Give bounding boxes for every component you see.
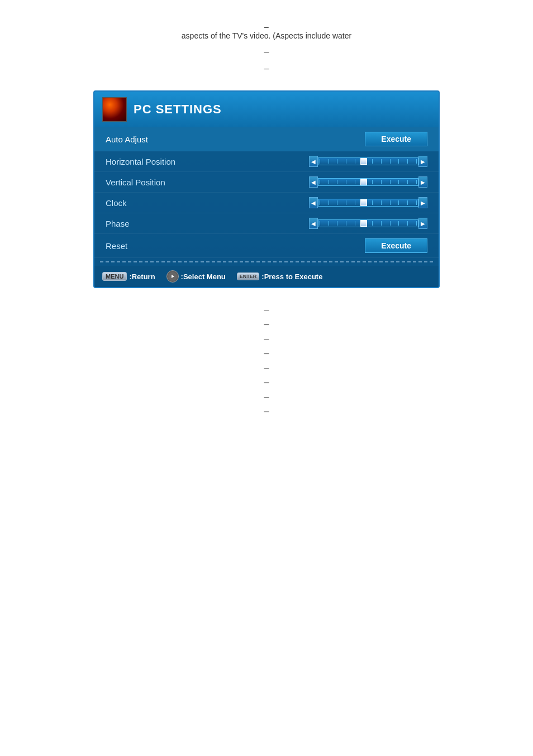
pc-settings-icon — [102, 97, 127, 122]
auto-adjust-execute-button[interactable]: Execute — [365, 132, 427, 146]
execute-label: :Press to Execute — [261, 272, 322, 281]
pc-settings-panel: PC SETTINGS Auto Adjust Execute Horizont… — [93, 90, 440, 288]
phase-right-btn[interactable]: ▶ — [418, 218, 427, 229]
phase-label: Phase — [106, 219, 309, 228]
phase-track — [318, 219, 418, 227]
horizontal-right-btn[interactable]: ▶ — [418, 156, 427, 167]
top-description: – aspects of the TV's video. (Aspects in… — [22, 22, 511, 40]
bottom-dash-2: – — [22, 319, 511, 329]
vertical-right-btn[interactable]: ▶ — [418, 176, 427, 188]
horizontal-track — [318, 157, 418, 165]
horizontal-position-row[interactable]: Horizontal Position ◀ ▶ — [94, 151, 439, 172]
bottom-dash-3: – — [22, 334, 511, 344]
reset-label: Reset — [106, 241, 365, 251]
clock-left-btn[interactable]: ◀ — [309, 197, 318, 208]
clock-row[interactable]: Clock ◀ ▶ — [94, 193, 439, 213]
vertical-track — [318, 178, 418, 186]
horizontal-position-label: Horizontal Position — [106, 157, 309, 166]
vertical-left-btn[interactable]: ◀ — [309, 176, 318, 188]
bottom-dash-6: – — [22, 377, 511, 387]
phase-slider[interactable]: ◀ ▶ — [309, 218, 427, 229]
footer-return: MENU :Return — [102, 272, 155, 281]
vertical-position-slider[interactable]: ◀ ▶ — [309, 176, 427, 188]
return-label: :Return — [129, 272, 155, 281]
horizontal-position-slider[interactable]: ◀ ▶ — [309, 156, 427, 167]
vertical-position-label: Vertical Position — [106, 178, 309, 187]
enter-key: ENTER — [237, 272, 260, 280]
clock-slider[interactable]: ◀ ▶ — [309, 197, 427, 208]
phase-left-btn[interactable]: ◀ — [309, 218, 318, 229]
select-icon — [166, 270, 179, 283]
pc-settings-header: PC SETTINGS — [94, 92, 439, 127]
select-menu-label: :Select Menu — [181, 272, 226, 281]
bottom-dash-4: – — [22, 348, 511, 358]
reset-row[interactable]: Reset Execute — [94, 234, 439, 258]
clock-right-btn[interactable]: ▶ — [418, 197, 427, 208]
dash-separator-2: – — [22, 64, 511, 74]
bottom-dash-5: – — [22, 363, 511, 373]
clock-label: Clock — [106, 198, 309, 208]
bottom-dash-8: – — [22, 406, 511, 417]
menu-key: MENU — [102, 272, 127, 281]
top-text-content: aspects of the TV's video. (Aspects incl… — [182, 31, 351, 40]
phase-row[interactable]: Phase ◀ ▶ — [94, 213, 439, 234]
footer-execute: ENTER :Press to Execute — [237, 272, 323, 281]
auto-adjust-label: Auto Adjust — [106, 135, 365, 144]
dashed-separator — [100, 261, 433, 262]
vertical-position-row[interactable]: Vertical Position ◀ ▶ — [94, 172, 439, 193]
bottom-dash-1: – — [22, 305, 511, 315]
footer-select: :Select Menu — [166, 270, 226, 283]
bottom-dash-7: – — [22, 392, 511, 402]
top-dash-1: – — [264, 22, 269, 31]
pc-settings-title: PC SETTINGS — [134, 102, 222, 117]
horizontal-left-btn[interactable]: ◀ — [309, 156, 318, 167]
dash-separator-1: – — [22, 47, 511, 57]
pc-settings-footer: MENU :Return :Select Menu ENTER :Press t… — [94, 266, 439, 287]
reset-execute-button[interactable]: Execute — [365, 238, 427, 253]
pc-settings-body: Auto Adjust Execute Horizontal Position … — [94, 127, 439, 287]
auto-adjust-row[interactable]: Auto Adjust Execute — [94, 127, 439, 151]
clock-track — [318, 199, 418, 207]
